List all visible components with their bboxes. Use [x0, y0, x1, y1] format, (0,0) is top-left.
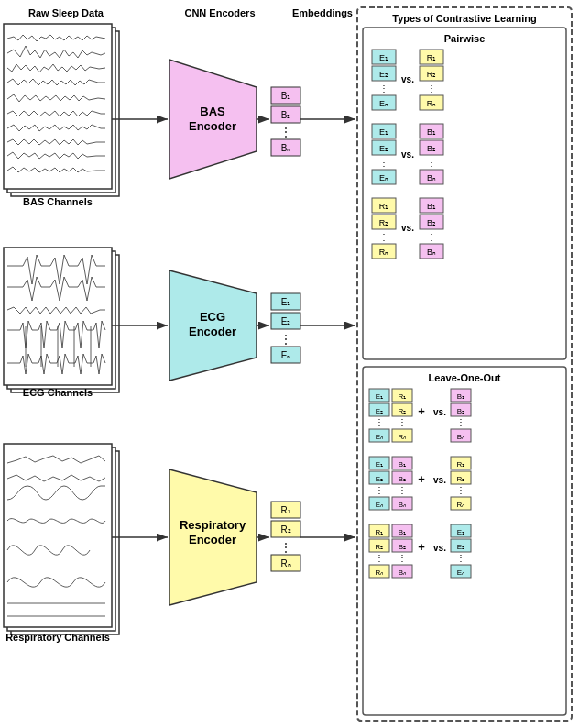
- svg-rect-19: [4, 444, 112, 627]
- ecg-embed-n: Eₙ: [281, 350, 291, 360]
- loo1-r2: R₂: [399, 407, 407, 415]
- pw-r2: R₂: [427, 70, 437, 79]
- ecg-embed-2: E₂: [281, 316, 291, 326]
- resp-embed-2: R₂: [280, 524, 290, 535]
- resp-encoder-sublabel: Encoder: [189, 533, 236, 546]
- loo2-dots-r: ⋮: [456, 485, 465, 495]
- pw-e1-r1-dots1: ⋮: [379, 83, 388, 94]
- loo3-rn: Rₙ: [376, 568, 384, 577]
- loo2-dots-e: ⋮: [375, 485, 384, 495]
- loo2-en: Eₙ: [376, 501, 383, 509]
- loo3-e2: E₂: [457, 543, 464, 551]
- ecg-embed-1: E₁: [281, 297, 291, 307]
- pw3-b2: B₂: [427, 218, 436, 227]
- loo1-e2: E₂: [376, 407, 383, 415]
- loo1-dots-r: ⋮: [398, 417, 407, 427]
- loo3-b1: B₁: [399, 528, 406, 536]
- pw2-dots1: ⋮: [379, 158, 388, 168]
- ecg-channel-label: ECG Channels: [23, 387, 93, 398]
- loo1-r1: R₁: [399, 392, 407, 401]
- loo2-plus: +: [418, 472, 425, 486]
- pw-vs3: vs.: [401, 223, 414, 233]
- loo1-plus: +: [418, 404, 425, 418]
- pw3-dots2: ⋮: [427, 232, 436, 242]
- diagram: Raw Sleep Data CNN Encoders Embeddings: [0, 0, 579, 728]
- loo2-vs: vs.: [433, 475, 446, 485]
- loo2-b1: B₁: [399, 460, 406, 469]
- resp-embed-n: Rₙ: [280, 558, 290, 568]
- svg-rect-2: [4, 24, 112, 189]
- resp-channel-label: Respiratory Channels: [5, 632, 110, 643]
- pw3-r2: R₂: [379, 218, 389, 227]
- loo1-vs: vs.: [433, 407, 446, 417]
- loo1-dots-e: ⋮: [375, 417, 384, 427]
- pw3-r1: R₁: [379, 202, 389, 211]
- loo2-e2: E₂: [376, 475, 383, 483]
- bas-encoder-label: BAS: [200, 105, 225, 118]
- bas-embed-2: B₂: [281, 110, 291, 120]
- loo3-bn: Bₙ: [399, 568, 406, 577]
- bas-channel-label: BAS Channels: [23, 196, 93, 207]
- pw2-e1: E₁: [379, 127, 388, 137]
- loo1-en: Eₙ: [376, 433, 383, 441]
- pw-e1-r1-e2: E₂: [379, 70, 388, 79]
- pw2-bn: Bₙ: [427, 173, 436, 182]
- pw2-b1: B₁: [427, 127, 436, 137]
- header-cnn: CNN Encoders: [184, 7, 255, 18]
- header-embeddings: Embeddings: [292, 7, 353, 18]
- pw-vs2: vs.: [401, 149, 414, 160]
- loo2-bn: Bₙ: [399, 501, 406, 509]
- resp-embed-1: R₁: [280, 505, 290, 515]
- pairwise-title: Pairwise: [444, 33, 486, 44]
- pw3-b1: B₁: [427, 202, 436, 211]
- pw-vs1: vs.: [401, 74, 414, 84]
- loo3-vs: vs.: [433, 543, 446, 553]
- loo3-r2: R₂: [376, 543, 384, 551]
- pw2-en: Eₙ: [379, 173, 388, 182]
- loo-title: Leave-One-Out: [429, 372, 501, 383]
- pw2-dots2: ⋮: [427, 158, 436, 168]
- ecg-encoder-label: ECG: [200, 310, 225, 324]
- bas-embed-1: B₁: [281, 91, 291, 101]
- loo3-e1: E₁: [457, 528, 464, 536]
- pw-r-dots: ⋮: [427, 83, 436, 94]
- loo1-e1: E₁: [376, 392, 383, 401]
- ecg-encoder-sublabel: Encoder: [189, 325, 236, 338]
- pw-r1: R₁: [427, 53, 437, 62]
- pw-e1-r1-en: Eₙ: [379, 99, 388, 108]
- resp-encoder-label: Respiratory: [180, 518, 246, 532]
- resp-embed-dots: ⋮: [280, 541, 291, 554]
- loo1-b2: B₂: [457, 407, 464, 415]
- loo3-dots-r: ⋮: [375, 553, 384, 563]
- loo1-bn: Bₙ: [457, 433, 464, 441]
- loo2-r1: R₁: [457, 460, 465, 469]
- loo2-b2: B₂: [399, 475, 406, 483]
- loo3-dots-b: ⋮: [398, 553, 407, 563]
- loo3-plus: +: [418, 540, 425, 554]
- ecg-embed-dots: ⋮: [280, 333, 291, 346]
- loo3-r1: R₁: [376, 528, 384, 536]
- header-raw-sleep: Raw Sleep Data: [28, 7, 104, 18]
- loo3-dots-e: ⋮: [456, 553, 465, 563]
- loo1-b1: B₁: [457, 392, 464, 401]
- contrastive-title: Types of Contrastive Learning: [392, 13, 537, 24]
- loo2-rn: Rₙ: [457, 501, 465, 509]
- bas-embed-n: Bₙ: [281, 143, 291, 153]
- bas-encoder-sublabel: Encoder: [189, 119, 236, 133]
- pw2-b2: B₂: [427, 144, 436, 153]
- loo3-b2: B₂: [399, 543, 406, 551]
- pw-e1-r1-e1: E₁: [379, 53, 388, 62]
- bas-embed-dots: ⋮: [280, 126, 291, 138]
- pw3-bn: Bₙ: [427, 248, 436, 257]
- loo2-e1: E₁: [376, 460, 383, 469]
- loo2-r2: R₂: [457, 475, 465, 483]
- pw-rn: Rₙ: [427, 99, 437, 108]
- pw2-e2: E₂: [379, 144, 388, 153]
- pw3-rn: Rₙ: [379, 248, 389, 257]
- loo2-dots-b: ⋮: [398, 485, 407, 495]
- loo1-dots-b: ⋮: [456, 417, 465, 427]
- loo1-rn: Rₙ: [399, 433, 407, 441]
- loo3-en: Eₙ: [457, 568, 464, 577]
- pw3-dots1: ⋮: [379, 232, 388, 242]
